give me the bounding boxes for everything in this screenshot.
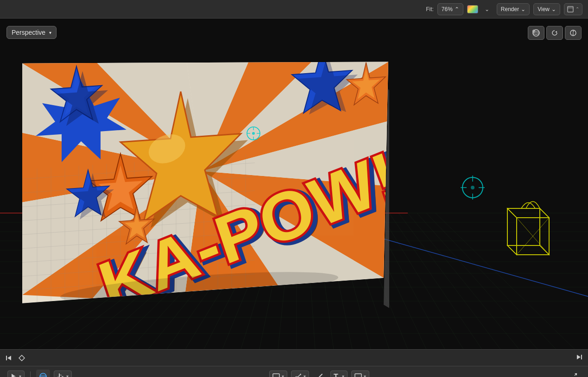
pen-icon bbox=[294, 373, 302, 377]
toggle-icon bbox=[569, 29, 577, 37]
text-tool-group[interactable]: T ▾ bbox=[330, 371, 348, 377]
svg-rect-164 bbox=[355, 374, 361, 377]
pen-tool-group[interactable]: ▾ bbox=[291, 371, 309, 377]
left-tools: ▾ ▾ bbox=[7, 370, 72, 377]
expand-tool-btn[interactable] bbox=[567, 370, 581, 377]
hand-tool-group[interactable]: ▾ bbox=[54, 371, 72, 377]
orbit-control-btn[interactable] bbox=[528, 26, 544, 40]
brush-icon bbox=[316, 373, 323, 377]
render-dropdown[interactable]: Render ⌄ bbox=[497, 3, 530, 15]
svg-marker-151 bbox=[19, 355, 25, 361]
marker-btn[interactable] bbox=[19, 355, 25, 361]
svg-rect-158 bbox=[273, 374, 279, 377]
reset-icon bbox=[551, 29, 558, 37]
perspective-dropdown[interactable]: Perspective ▾ bbox=[6, 26, 57, 39]
reset-view-btn[interactable] bbox=[546, 26, 563, 40]
orbit-tool-icon bbox=[39, 372, 47, 377]
svg-text:T: T bbox=[334, 373, 338, 377]
svg-marker-154 bbox=[12, 374, 16, 377]
svg-point-129 bbox=[471, 186, 474, 189]
window-btn[interactable]: ⌃ bbox=[564, 3, 582, 15]
fit-group: Fit: 76% ⌃ bbox=[426, 3, 463, 15]
brush-tool-btn[interactable] bbox=[313, 370, 327, 377]
timeline-controls bbox=[6, 355, 25, 361]
select-tool-group[interactable]: ▾ bbox=[7, 371, 25, 377]
svg-marker-152 bbox=[577, 355, 581, 359]
rect-tool-group[interactable]: ▾ bbox=[269, 371, 287, 377]
text-icon: T bbox=[334, 373, 340, 377]
expand-icon bbox=[570, 373, 577, 377]
go-to-start-btn[interactable] bbox=[6, 355, 12, 361]
rect-icon bbox=[272, 373, 280, 377]
fit-dropdown[interactable]: 76% ⌃ bbox=[437, 3, 463, 15]
svg-rect-150 bbox=[6, 356, 7, 360]
top-toolbar: Fit: 76% ⌃ ⌄ Render ⌄ View ⌄ ⌃ bbox=[0, 0, 588, 19]
color-swatch[interactable] bbox=[467, 5, 478, 13]
select-icon bbox=[11, 373, 17, 377]
go-to-end-icon bbox=[576, 354, 582, 360]
marker-icon bbox=[19, 355, 25, 361]
svg-line-162 bbox=[317, 374, 322, 377]
bottom-toolbar: ▾ ▾ ▾ bbox=[0, 366, 588, 377]
view-controls bbox=[528, 26, 582, 40]
toggle-view-btn[interactable] bbox=[565, 26, 582, 40]
timeline-bar bbox=[0, 349, 588, 366]
view-dropdown[interactable]: View ⌄ bbox=[533, 3, 560, 15]
color-group: ⌄ bbox=[467, 3, 493, 15]
svg-marker-149 bbox=[7, 356, 11, 360]
orbit-icon bbox=[532, 29, 540, 37]
shape-icon bbox=[354, 373, 362, 377]
perspective-label: Perspective bbox=[12, 29, 45, 36]
svg-rect-0 bbox=[568, 6, 573, 12]
right-tools bbox=[567, 370, 581, 377]
svg-marker-146 bbox=[555, 31, 557, 33]
svg-point-156 bbox=[40, 375, 46, 377]
svg-rect-153 bbox=[581, 355, 582, 359]
hand-icon bbox=[57, 373, 64, 377]
window-icon bbox=[567, 6, 574, 13]
viewport[interactable]: KA-POW! KA-POW! KA-POW! KA-POW! KA-POW! bbox=[0, 19, 588, 349]
3d-canvas: KA-POW! KA-POW! KA-POW! KA-POW! KA-POW! bbox=[0, 19, 588, 349]
color-dropdown-btn[interactable]: ⌄ bbox=[481, 3, 493, 15]
timeline-end-btn[interactable] bbox=[576, 354, 582, 362]
center-tools: ▾ ▾ T ▾ ▾ bbox=[269, 370, 369, 377]
chevron-down-icon: ▾ bbox=[49, 30, 51, 35]
orbit-tool-btn[interactable] bbox=[36, 370, 50, 377]
shape-tool-group[interactable]: ▾ bbox=[351, 371, 369, 377]
fit-label: Fit: bbox=[426, 6, 434, 13]
go-to-start-icon bbox=[6, 355, 12, 361]
tool-divider-1 bbox=[30, 371, 31, 377]
svg-point-123 bbox=[252, 132, 255, 135]
